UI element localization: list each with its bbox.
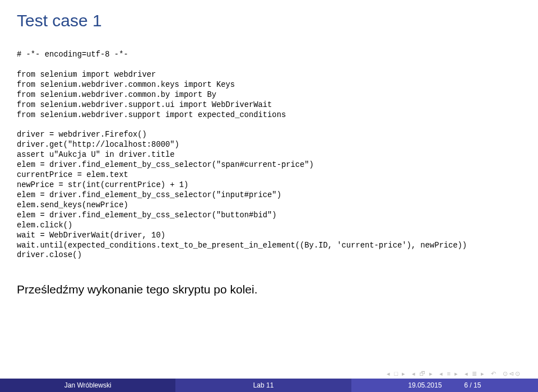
slide-body: Test case 1 # -*- encoding=utf-8 -*- fro… — [0, 0, 538, 370]
body-text: Prześledźmy wykonanie tego skryptu po ko… — [17, 283, 521, 296]
footer-author: Jan Wróblewski — [0, 379, 175, 392]
nav-section-icon[interactable]: ◂ ≡ ▸ — [439, 370, 459, 377]
nav-back-icon[interactable]: ↶ — [491, 370, 497, 377]
slide-title: Test case 1 — [17, 11, 521, 30]
footer-right: 19.05.2015 6 / 15 — [351, 379, 538, 392]
nav-subsection-icon[interactable]: ◂ ≣ ▸ — [465, 370, 485, 377]
footline: Jan Wróblewski Lab 11 19.05.2015 6 / 15 — [0, 379, 538, 392]
nav-frame-icon[interactable]: ◂ □ ▸ — [387, 370, 406, 377]
nav-search-icon[interactable]: ⊙⊲⊙ — [503, 370, 521, 377]
footer-page: 6 / 15 — [464, 381, 481, 389]
footer-date: 19.05.2015 — [408, 381, 442, 389]
footer-title: Lab 11 — [175, 379, 351, 392]
nav-subframe-icon[interactable]: ◂ 🗗 ▸ — [412, 370, 434, 377]
code-block: # -*- encoding=utf-8 -*- from selenium i… — [17, 50, 521, 260]
nav-symbols: ◂ □ ▸ ◂ 🗗 ▸ ◂ ≡ ▸ ◂ ≣ ▸ ↶ ⊙⊲⊙ — [387, 370, 521, 377]
